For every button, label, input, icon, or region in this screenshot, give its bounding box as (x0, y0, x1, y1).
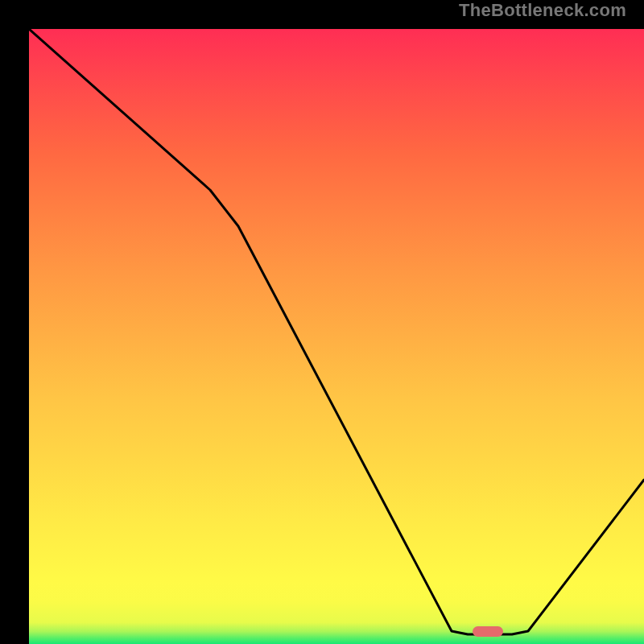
chart-frame (0, 0, 644, 644)
watermark-text: TheBottleneck.com (459, 0, 626, 21)
curve-line (29, 29, 644, 634)
curve-svg (29, 29, 644, 644)
plot-area (29, 29, 644, 644)
bottleneck-marker (473, 626, 503, 637)
